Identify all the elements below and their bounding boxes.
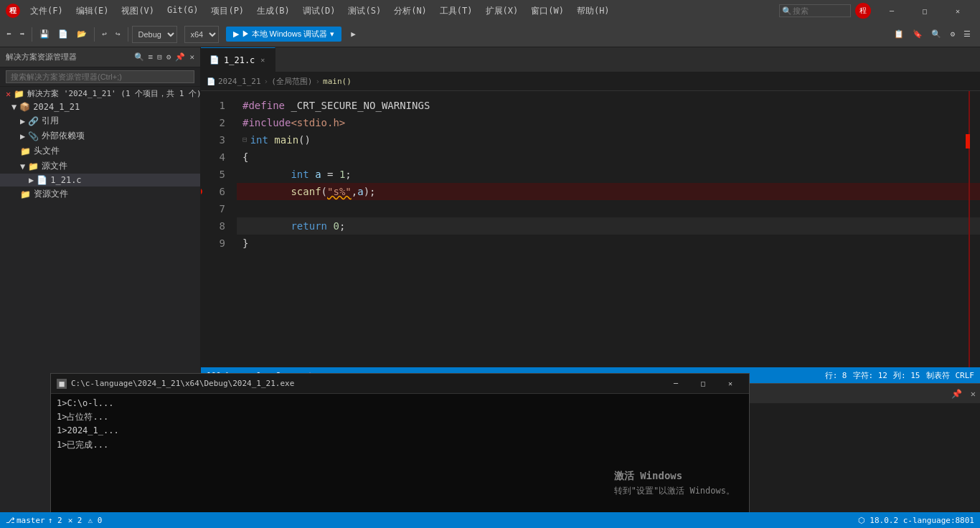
tree-item-file-1-21[interactable]: ▶ 📄 1_21.c — [0, 174, 200, 187]
breadcrumb-sep-2: › — [315, 77, 320, 86]
main-toolbar: ⬅ ➡ 💾 📄 📂 ↩ ↪ Debug x64 ▶ ▶ 本地 Windows 调… — [0, 22, 980, 47]
solution-label: 解决方案 '2024_1_21' (1 个项目，共 1 个) — [27, 88, 200, 99]
console-close-btn[interactable]: ✕ — [717, 376, 743, 392]
code-line-7: ▶ — [237, 200, 980, 217]
solution-error-icon: ✕ — [6, 89, 11, 99]
sidebar-search-input[interactable] — [6, 70, 194, 83]
toolbar-save[interactable]: 💾 — [36, 27, 53, 41]
console-minimize-btn[interactable]: ─ — [663, 376, 689, 392]
errors-badge[interactable]: ✕ 2 — [68, 516, 83, 525]
project-item[interactable]: ▼ 📦 2024_1_21 — [0, 100, 200, 113]
token-indent-5 — [242, 167, 291, 182]
sync-icon[interactable]: ↑ 2 — [48, 516, 62, 525]
tab-label: 1_21.c — [224, 55, 255, 65]
solution-root-item[interactable]: ✕ 📁 解决方案 '2024_1_21' (1 个项目，共 1 个) — [0, 87, 200, 100]
toolbar-new[interactable]: 📄 — [55, 27, 72, 41]
menu-edit[interactable]: 编辑(E) — [70, 4, 115, 19]
menu-git[interactable]: Git(G) — [161, 4, 204, 19]
tree-item-resources[interactable]: 📁 资源文件 — [0, 187, 200, 202]
sidebar-icon-filter[interactable]: ≡ — [149, 52, 154, 62]
tree-item-ext-deps[interactable]: ▶ 📎 外部依赖项 — [0, 128, 200, 143]
menu-build[interactable]: 生成(B) — [251, 4, 296, 19]
src-expand-icon: ▼ — [20, 161, 25, 171]
output-panel-pin[interactable]: 📌 — [947, 389, 966, 399]
line-num-3: 3 — [201, 131, 234, 148]
run-debugger-button[interactable]: ▶ ▶ 本地 Windows 调试器 ▾ — [226, 27, 342, 42]
code-line-4: { — [237, 148, 980, 166]
close-button[interactable]: ✕ — [941, 0, 974, 22]
minimize-button[interactable]: ─ — [875, 0, 908, 22]
status-encoding[interactable]: CRLF — [956, 371, 975, 380]
toolbar-open[interactable]: 📂 — [73, 27, 90, 41]
toolbar-play2[interactable]: ▶ — [347, 27, 359, 41]
menu-project[interactable]: 项目(P) — [205, 4, 250, 19]
toolbar-icon-4[interactable]: ⚙ — [947, 28, 958, 40]
warnings-badge[interactable]: ⚠ 0 — [88, 516, 103, 525]
toolbar-undo[interactable]: ↩ — [98, 27, 110, 41]
menu-window[interactable]: 窗口(W) — [525, 4, 570, 19]
sidebar-pin-icon[interactable]: 📌 — [175, 52, 185, 62]
line-numbers: 1 2 3 4 5 6 7 8 9 — [201, 91, 237, 367]
status-line[interactable]: 行: 8 — [825, 370, 847, 381]
menu-help[interactable]: 帮助(H) — [571, 4, 616, 19]
console-line-1: 1>C:\o-l... — [57, 397, 743, 410]
breadcrumb-scope: (全局范围) — [271, 76, 312, 87]
res-label: 资源文件 — [34, 188, 68, 200]
breadcrumb-file: 2024_1_21 — [218, 77, 261, 86]
toolbar-redo[interactable]: ↪ — [112, 27, 124, 41]
menu-tools[interactable]: 工具(T) — [434, 4, 479, 19]
menu-test[interactable]: 测试(S) — [342, 4, 387, 19]
menu-view[interactable]: 视图(V) — [116, 4, 160, 19]
debug-config-select[interactable]: Debug — [132, 26, 177, 43]
menu-analyze[interactable]: 分析(N) — [388, 4, 433, 19]
toolbar-icon-2[interactable]: 🔖 — [910, 28, 925, 40]
status-char[interactable]: 字符: 12 — [853, 370, 888, 381]
output-panel-close[interactable]: ✕ — [966, 389, 980, 399]
console-window: ■ C:\c-language\2024_1_21\x64\Debug\2024… — [50, 373, 750, 513]
status-selection[interactable]: 制表符 — [926, 370, 950, 381]
token-main: main — [274, 133, 298, 148]
sidebar-close-icon[interactable]: ✕ — [189, 52, 194, 62]
sidebar-title: 解决方案资源管理器 — [6, 52, 77, 62]
token-str-squiggle: "s%" — [327, 184, 352, 199]
sidebar-header: 解决方案资源管理器 🔍 ≡ ⊟ ⚙ 📌 ✕ — [0, 47, 200, 67]
code-line-2: #include <stdio.h> — [237, 114, 980, 131]
app-logo: 程 — [6, 4, 20, 18]
platform-select[interactable]: x64 — [184, 26, 219, 43]
ext-icon: 📎 — [28, 131, 39, 141]
menu-debug[interactable]: 调试(D) — [297, 4, 341, 19]
tab-close-icon[interactable]: ✕ — [259, 55, 266, 65]
toolbar-forward[interactable]: ➡ — [17, 27, 29, 41]
token-space-ret — [327, 219, 333, 234]
src-icon: 📁 — [28, 161, 39, 171]
code-line-9: } — [237, 235, 980, 252]
tree-item-ref[interactable]: ▶ 🔗 引用 — [0, 113, 200, 128]
line-num-8: 8 — [201, 217, 234, 235]
sidebar-header-icons: 🔍 ≡ ⊟ ⚙ 📌 ✕ — [134, 52, 195, 62]
sidebar-icon-settings[interactable]: ⚙ — [166, 52, 171, 62]
code-content[interactable]: #define _CRT_SECURE_NO_WARNINGS #include… — [237, 91, 980, 367]
menu-extend[interactable]: 扩展(X) — [480, 4, 524, 19]
sidebar-icon-search[interactable]: 🔍 — [134, 52, 144, 62]
toolbar-back[interactable]: ⬅ — [3, 27, 15, 41]
maximize-button[interactable]: □ — [908, 0, 941, 22]
token-paren-close: ); — [364, 184, 376, 199]
sidebar-icon-collapse[interactable]: ⊟ — [157, 52, 162, 62]
token-define: #define — [242, 98, 285, 113]
project-icon: 📦 — [19, 102, 30, 112]
fold-icon[interactable]: ⊟ — [242, 134, 248, 146]
git-branch[interactable]: master — [17, 516, 45, 525]
toolbar-icon-5[interactable]: ☰ — [961, 28, 974, 40]
code-editor[interactable]: 1 2 3 4 5 6 7 8 9 #define _CRT_SECURE_NO… — [201, 91, 980, 367]
tab-1-21[interactable]: 📄 1_21.c ✕ — [201, 47, 275, 72]
menu-file[interactable]: 文件(F) — [24, 4, 69, 19]
menu-bar: 文件(F) 编辑(E) 视图(V) Git(G) 项目(P) 生成(B) 调试(… — [24, 4, 775, 19]
tree-item-headers[interactable]: 📁 头文件 — [0, 143, 200, 159]
status-col[interactable]: 列: 15 — [893, 370, 920, 381]
toolbar-icon-1[interactable]: 📋 — [891, 28, 907, 40]
console-maximize-btn[interactable]: □ — [690, 376, 716, 392]
token-semi-8: ; — [339, 219, 345, 234]
console-title-text: C:\c-language\2024_1_21\x64\Debug\2024_1… — [71, 379, 659, 388]
toolbar-icon-3[interactable]: 🔍 — [928, 28, 944, 40]
tree-item-sources[interactable]: ▼ 📁 源文件 — [0, 159, 200, 174]
